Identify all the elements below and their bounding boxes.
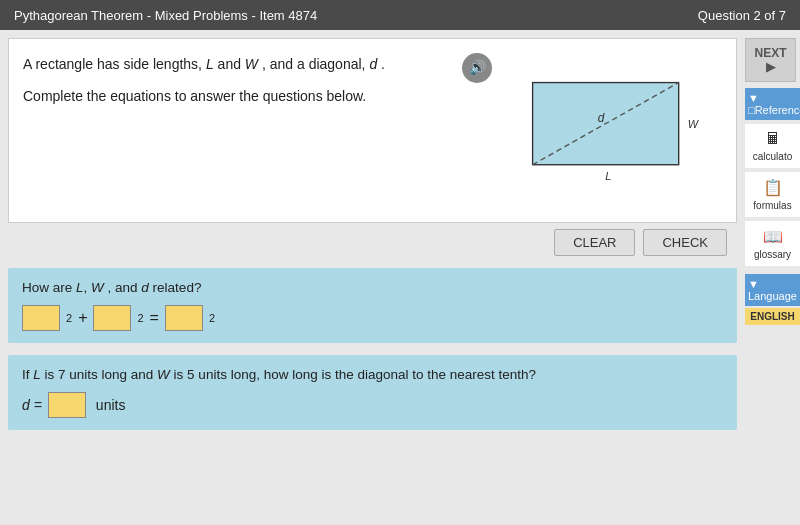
audio-button[interactable]: 🔊: [462, 53, 492, 83]
input-box-2[interactable]: [93, 305, 131, 331]
next-button[interactable]: NEXT ▶: [745, 38, 796, 82]
check-button[interactable]: CHECK: [643, 229, 727, 256]
page-title: Pythagorean Theorem - Mixed Problems - I…: [14, 8, 317, 23]
section2-label: If L is 7 units long and W is 5 units lo…: [22, 367, 723, 382]
question-area: A rectangle has side lengths, L and W , …: [8, 38, 737, 223]
input-box-3[interactable]: [165, 305, 203, 331]
diagram-svg: d W L: [520, 78, 705, 183]
input-box-1[interactable]: [22, 305, 60, 331]
exp2: 2: [137, 312, 143, 324]
reference-label: ▼ □Reference: [748, 92, 800, 116]
language-label: ▼ Language: [748, 278, 797, 302]
section1-label: How are L, W , and d related?: [22, 280, 723, 295]
section1-container: How are L, W , and d related? 2 + 2 = 2: [8, 268, 737, 343]
diagram-area: d W L: [502, 53, 722, 208]
formulas-label: formulas: [753, 200, 791, 211]
question-line2: Complete the equations to answer the que…: [23, 85, 456, 109]
question-info: Question 2 of 7: [698, 8, 786, 23]
content-area: A rectangle has side lengths, L and W , …: [0, 30, 745, 525]
w-label: W: [687, 118, 699, 130]
section2-container: If L is 7 units long and W is 5 units lo…: [8, 355, 737, 430]
calculator-label: calculato: [753, 151, 792, 162]
units-label: units: [96, 397, 126, 413]
input-box-4[interactable]: [48, 392, 86, 418]
exp1: 2: [66, 312, 72, 324]
formulas-tool[interactable]: 📋 formulas: [745, 172, 800, 217]
calculator-tool[interactable]: 🖩 calculato: [745, 124, 800, 168]
reference-panel[interactable]: ▼ □Reference: [745, 88, 800, 120]
formulas-icon: 📋: [763, 178, 783, 197]
calculator-icon: 🖩: [765, 130, 781, 148]
glossary-label: glossary: [754, 249, 791, 260]
main-layout: A rectangle has side lengths, L and W , …: [0, 30, 800, 525]
buttons-row: CLEAR CHECK: [8, 223, 737, 262]
question-line1: A rectangle has side lengths, L and W , …: [23, 53, 456, 77]
l-label: L: [605, 170, 611, 182]
d-label: d: [597, 111, 604, 125]
language-panel[interactable]: ▼ Language: [745, 274, 800, 306]
plus-sign: +: [78, 309, 87, 327]
question-text-block: A rectangle has side lengths, L and W , …: [23, 53, 492, 208]
equation-row-2: d = units: [22, 392, 723, 418]
sidebar: NEXT ▶ ▼ □Reference 🖩 calculato 📋 formul…: [745, 30, 800, 525]
glossary-tool[interactable]: 📖 glossary: [745, 221, 800, 266]
audio-icon: 🔊: [469, 56, 486, 80]
header: Pythagorean Theorem - Mixed Problems - I…: [0, 0, 800, 30]
rectangle-diagram: d W L: [520, 78, 705, 183]
equation-row-1: 2 + 2 = 2: [22, 305, 723, 331]
d-equals-label: d =: [22, 397, 42, 413]
english-button[interactable]: ENGLISH: [745, 308, 800, 325]
clear-button[interactable]: CLEAR: [554, 229, 635, 256]
glossary-icon: 📖: [763, 227, 783, 246]
equals-sign: =: [150, 309, 159, 327]
exp3: 2: [209, 312, 215, 324]
